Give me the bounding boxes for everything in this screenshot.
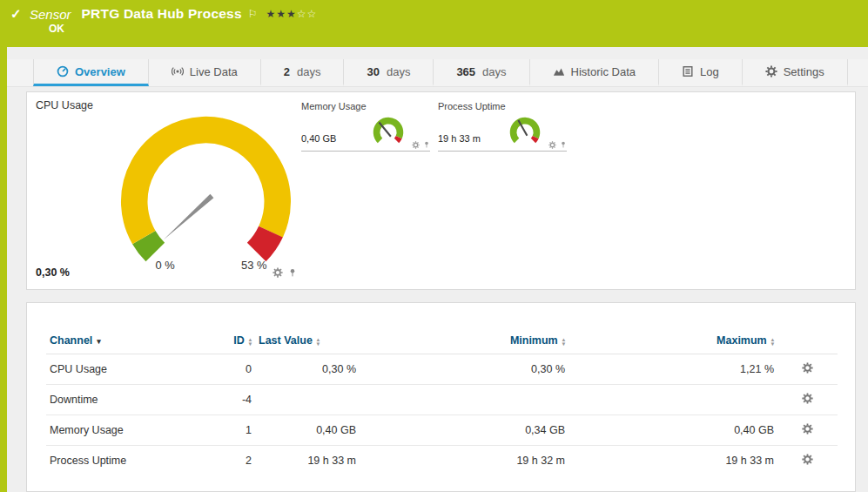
overview-gauge-icon	[57, 65, 69, 78]
tab-label: Log	[700, 65, 719, 78]
gear-icon	[765, 65, 777, 78]
tab-number: 2	[284, 65, 290, 78]
sorted-desc-icon: ▾	[97, 337, 101, 346]
log-list-icon	[682, 65, 694, 78]
sort-icon: ▴▾	[771, 337, 774, 346]
channel-minimum	[360, 385, 569, 415]
channel-name: Downtime	[46, 385, 207, 415]
uptime-gauge-dial	[505, 115, 545, 150]
status-check-icon: ✓	[10, 6, 30, 22]
cpu-usage-gauge: CPU Usage 0 % 53 % 0,30 %	[36, 99, 297, 275]
tab-label: days	[297, 65, 320, 78]
col-header-minimum[interactable]: Minimum▴▾	[360, 327, 569, 354]
channel-id: 1	[207, 415, 255, 446]
channels-panel: Channel▾ ID▴▾ Last Value▴▾ Minimum▴▾ Max…	[26, 302, 856, 492]
memory-usage-gauge: Memory Usage 0,40 GB	[301, 101, 430, 152]
gauges-panel: CPU Usage 0 % 53 % 0,30 % Memory Usage 0…	[26, 91, 856, 290]
channels-table: Channel▾ ID▴▾ Last Value▴▾ Minimum▴▾ Max…	[46, 327, 838, 475]
tab-label: Live Data	[190, 65, 238, 78]
tab-label: days	[387, 65, 410, 78]
channel-settings-gear-icon[interactable]	[802, 393, 813, 404]
channel-maximum: 1,21 %	[569, 354, 777, 385]
channel-minimum: 0,30 %	[360, 354, 569, 385]
sensor-status-text: OK	[0, 23, 868, 35]
flag-icon: ⚐	[248, 8, 258, 20]
sensor-tabbar: Overview Live Data 2 days 30 days 365 da…	[7, 59, 868, 87]
cpu-usage-value: 0,30 %	[36, 266, 273, 279]
memory-usage-value: 0,40 GB	[301, 133, 368, 150]
channel-name: Memory Usage	[46, 415, 207, 446]
col-header-id[interactable]: ID▴▾	[207, 327, 255, 354]
tab-2-days[interactable]: 2 days	[261, 59, 345, 86]
col-header-channel[interactable]: Channel▾	[46, 327, 207, 354]
historic-chart-icon	[553, 65, 565, 78]
channel-name: CPU Usage	[46, 354, 207, 385]
col-header-actions	[777, 327, 838, 354]
sensor-title: PRTG Data Hub Process	[82, 6, 242, 22]
table-row: Process Uptime 2 19 h 33 m 19 h 32 m 19 …	[46, 446, 838, 476]
sort-icon: ▴▾	[562, 337, 565, 346]
tab-settings[interactable]: Settings	[743, 59, 848, 86]
tab-live-data[interactable]: Live Data	[149, 59, 261, 86]
col-header-last-value[interactable]: Last Value▴▾	[255, 327, 360, 354]
gauge-settings-gear-icon[interactable]	[273, 267, 283, 278]
sensor-status-strip	[0, 0, 7, 492]
tab-label: Settings	[784, 65, 824, 78]
stars-filled[interactable]: ★★★	[266, 8, 297, 20]
tab-historic-data[interactable]: Historic Data	[530, 59, 659, 86]
gauge-pin-icon[interactable]	[423, 140, 430, 149]
channel-id: 0	[207, 354, 255, 385]
channel-id: -4	[207, 385, 255, 415]
channel-minimum: 0,34 GB	[360, 415, 569, 446]
tab-label: Historic Data	[571, 65, 636, 78]
gauge-title: CPU Usage	[36, 99, 297, 111]
gauge-settings-gear-icon[interactable]	[548, 141, 556, 149]
stars-empty[interactable]: ☆☆	[297, 8, 318, 20]
channel-last-value: 0,30 %	[255, 354, 360, 385]
tab-number: 30	[367, 65, 379, 78]
gauge-settings-gear-icon[interactable]	[412, 141, 420, 149]
gauge-needle	[164, 194, 214, 240]
table-row: Memory Usage 1 0,40 GB 0,34 GB 0,40 GB	[46, 415, 838, 446]
channel-last-value: 0,40 GB	[255, 415, 360, 446]
process-uptime-gauge: Process Uptime 19 h 33 m	[438, 101, 567, 152]
tab-label: days	[482, 65, 506, 78]
tab-label: Overview	[75, 65, 125, 78]
channel-settings-gear-icon[interactable]	[802, 454, 813, 465]
memory-gauge-dial	[368, 115, 408, 150]
live-data-broadcast-icon	[172, 65, 184, 78]
tab-365-days[interactable]: 365 days	[434, 59, 529, 86]
gauge-pin-icon[interactable]	[560, 140, 567, 149]
channel-name: Process Uptime	[46, 446, 207, 476]
tab-log[interactable]: Log	[659, 59, 743, 86]
tab-30-days[interactable]: 30 days	[344, 59, 434, 86]
gauge-pin-icon[interactable]	[288, 267, 297, 278]
gauge-title: Process Uptime	[438, 101, 567, 111]
channel-maximum	[569, 385, 777, 415]
channel-maximum: 0,40 GB	[569, 415, 777, 446]
channel-maximum: 19 h 33 m	[569, 446, 777, 476]
channel-last-value	[255, 385, 360, 415]
tab-overview[interactable]: Overview	[33, 59, 149, 86]
priority-stars[interactable]: ★★★☆☆	[266, 8, 318, 20]
cpu-gauge-dial: 0 % 53 %	[104, 111, 308, 275]
tab-number: 365	[456, 65, 475, 78]
table-row: CPU Usage 0 0,30 % 0,30 % 1,21 %	[46, 354, 838, 385]
sort-icon: ▴▾	[249, 337, 252, 346]
sort-icon: ▴▾	[317, 337, 320, 346]
object-kind-label: Sensor	[30, 7, 71, 22]
sensor-header: ✓ Sensor PRTG Data Hub Process ⚐ ★★★☆☆ O…	[0, 0, 868, 47]
channel-id: 2	[207, 446, 255, 476]
table-row: Downtime -4	[46, 385, 838, 415]
channel-settings-gear-icon[interactable]	[802, 362, 813, 374]
channel-minimum: 19 h 32 m	[360, 446, 569, 476]
table-header-row: Channel▾ ID▴▾ Last Value▴▾ Minimum▴▾ Max…	[46, 327, 838, 354]
process-uptime-value: 19 h 33 m	[438, 133, 505, 150]
channel-settings-gear-icon[interactable]	[802, 423, 813, 435]
gauge-title: Memory Usage	[301, 101, 430, 111]
channel-last-value: 19 h 33 m	[255, 446, 360, 476]
col-header-maximum[interactable]: Maximum▴▾	[569, 327, 777, 354]
